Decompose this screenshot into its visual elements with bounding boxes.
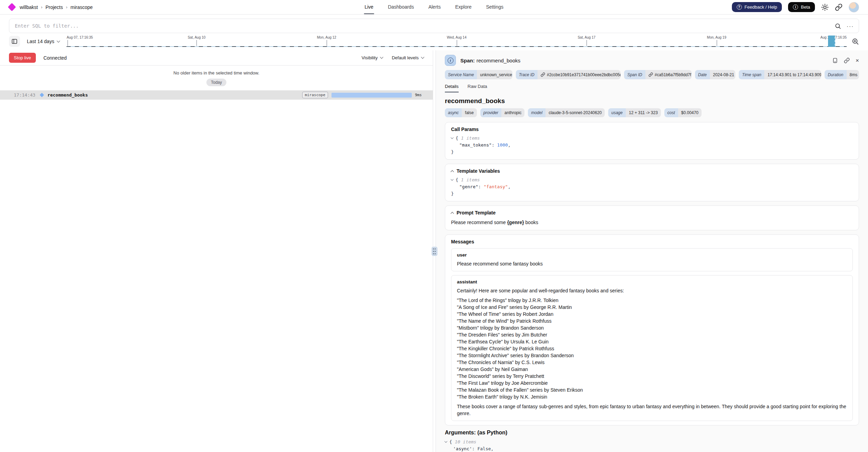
visibility-dropdown[interactable]: Visibility bbox=[361, 55, 383, 60]
open-in-panel-icon[interactable] bbox=[832, 58, 838, 63]
span-diamond-icon bbox=[40, 93, 44, 97]
meta-badge-label: Trace ID bbox=[516, 70, 538, 79]
nav-tab[interactable]: Alerts bbox=[428, 0, 441, 14]
json-comma: , bbox=[508, 142, 511, 148]
meta-badge-value: #ca51b6a7f5b9dd7f bbox=[645, 70, 692, 79]
id-link-icon[interactable] bbox=[541, 72, 545, 77]
attribute-badge-label: model bbox=[528, 108, 545, 117]
json-open-brace: { bbox=[449, 439, 452, 444]
more-options-icon[interactable]: ··· bbox=[847, 23, 854, 29]
meta-badge-text: 8ms bbox=[850, 73, 858, 77]
span-header-actions: × bbox=[832, 58, 859, 63]
breadcrumb-item[interactable]: mirascope bbox=[70, 4, 93, 10]
nav-tab[interactable]: Dashboards bbox=[387, 0, 415, 14]
book-list-item: "The Wheel of Time" series by Robert Jor… bbox=[457, 311, 847, 318]
timeline-tick-label: Aug 07, 17:16:35 bbox=[67, 36, 93, 39]
timeline-selection[interactable] bbox=[828, 36, 835, 47]
attribute-badge: model claude-3-5-sonnet-20240620 bbox=[528, 108, 605, 117]
info-icon: i bbox=[448, 58, 453, 63]
copy-link-icon[interactable] bbox=[844, 58, 850, 63]
book-list-item: "The First Law" trilogy by Joe Abercromb… bbox=[457, 380, 847, 386]
collapse-caret-icon[interactable] bbox=[451, 136, 453, 139]
attribute-badge-value: false bbox=[462, 108, 477, 117]
book-list-item: "American Gods" by Neil Gaiman bbox=[457, 366, 847, 373]
meta-badge-text: #2ccbe10b91e371741b00eee2bdbc005d bbox=[547, 73, 621, 77]
app-logo-icon bbox=[8, 3, 16, 11]
book-list-item: "The Broken Earth" trilogy by N.K. Jemis… bbox=[457, 393, 847, 400]
empty-window-message: No older items in the selected time wind… bbox=[173, 70, 259, 76]
default-levels-dropdown[interactable]: Default levels bbox=[392, 55, 424, 60]
meta-badge-value: #2ccbe10b91e371741b00eee2bdbc005d bbox=[538, 70, 621, 79]
attribute-badge-label: cost bbox=[664, 108, 678, 117]
span-content: recommend_books async false provider ant… bbox=[436, 92, 868, 452]
live-traces-panel: Stop live Connected Visibility Default l… bbox=[0, 50, 433, 452]
trace-span-name: recommend_books bbox=[48, 92, 88, 98]
nav-tab[interactable]: Explore bbox=[455, 0, 472, 14]
topbar-actions: ? Feedback / Help i Beta bbox=[732, 2, 859, 12]
meta-badge: Time span 17:14:43.901 to 17:14:43.909 bbox=[739, 70, 821, 79]
json-close-brace: } bbox=[451, 149, 454, 154]
trace-duration-bar bbox=[331, 93, 412, 98]
sql-filter-input[interactable] bbox=[9, 19, 859, 33]
span-tab[interactable]: Raw Data bbox=[468, 84, 487, 92]
template-variables-json: { 1 items "genre": "fantasy", } bbox=[451, 176, 853, 197]
feedback-help-button[interactable]: ? Feedback / Help bbox=[732, 2, 782, 12]
breadcrumb-separator: › bbox=[66, 5, 67, 10]
nav-tab[interactable]: Settings bbox=[485, 0, 504, 14]
json-number-value: 1000 bbox=[497, 142, 508, 148]
meta-badge: Trace ID #2ccbe10b91e371741b00eee2bdbc00… bbox=[516, 70, 621, 79]
help-icon: ? bbox=[737, 4, 742, 10]
connection-status: Connected bbox=[43, 55, 67, 61]
span-type-chip: i bbox=[445, 55, 456, 66]
collapse-section-icon[interactable] bbox=[451, 212, 454, 215]
breadcrumb-item[interactable]: willbakst bbox=[20, 4, 38, 10]
span-title-row: i Span:recommend_books bbox=[445, 55, 859, 66]
span-title: Span:recommend_books bbox=[460, 58, 520, 63]
book-list-item: "Mistborn" trilogy by Brandon Sanderson bbox=[457, 324, 847, 331]
attribute-badge: provider anthropic bbox=[480, 108, 525, 117]
search-icon[interactable] bbox=[835, 23, 841, 29]
stop-live-button[interactable]: Stop live bbox=[9, 53, 36, 63]
timeline-ticks: Aug 07, 17:16:35 Sat, Aug 10 Mon, Aug 12… bbox=[67, 35, 847, 48]
default-levels-label: Default levels bbox=[392, 55, 419, 60]
attribute-badge: async false bbox=[445, 108, 477, 117]
span-attribute-badges: async false provider anthropic model cla… bbox=[445, 108, 859, 117]
collapse-caret-icon[interactable] bbox=[445, 440, 447, 442]
timeline-tick-label: Sat, Aug 17 bbox=[578, 36, 595, 39]
main-nav: Live Dashboards Alerts Explore Settings bbox=[364, 0, 504, 14]
breadcrumb-item[interactable]: Projects bbox=[45, 4, 63, 10]
share-link-button[interactable] bbox=[835, 3, 843, 11]
json-open-brace: { bbox=[456, 135, 458, 141]
visibility-label: Visibility bbox=[361, 55, 378, 60]
meta-badge-text: unknown_service bbox=[480, 73, 512, 77]
collapse-caret-icon[interactable] bbox=[451, 178, 453, 180]
drag-dots-icon bbox=[433, 251, 434, 252]
panel-toggle-icon bbox=[11, 38, 18, 44]
meta-badge-value: 8ms bbox=[847, 70, 859, 79]
live-toolbar-right: Visibility Default levels bbox=[361, 55, 424, 60]
json-colon: : bbox=[472, 446, 478, 451]
link-icon bbox=[835, 3, 843, 11]
theme-toggle-button[interactable] bbox=[821, 3, 829, 11]
attribute-badge: cost $0.00470 bbox=[664, 108, 702, 117]
collapse-section-icon[interactable] bbox=[451, 170, 454, 173]
attribute-badge-value: claude-3-5-sonnet-20240620 bbox=[545, 108, 605, 117]
timeline-zoom-button[interactable] bbox=[851, 38, 859, 45]
span-header: i Span:recommend_books bbox=[436, 50, 868, 92]
toggle-sidebar-button[interactable] bbox=[9, 36, 20, 47]
timeline-scrubber[interactable]: Aug 07, 17:16:35 Sat, Aug 10 Mon, Aug 12… bbox=[67, 35, 847, 48]
nav-tab[interactable]: Live bbox=[364, 0, 374, 14]
attribute-badge-value: $0.00470 bbox=[678, 108, 702, 117]
beta-button[interactable]: i Beta bbox=[788, 2, 815, 12]
panel-resize-handle[interactable] bbox=[431, 247, 437, 256]
live-toolbar: Stop live Connected Visibility Default l… bbox=[0, 50, 433, 66]
trace-row[interactable]: 17:14:43 recommend_books mirascope 9ms bbox=[0, 90, 433, 100]
time-range-dropdown[interactable]: Last 14 days bbox=[25, 39, 62, 44]
span-tab[interactable]: Details bbox=[445, 84, 459, 92]
timeline-tick-label: Wed, Aug 14 bbox=[447, 36, 467, 39]
user-avatar[interactable] bbox=[849, 2, 859, 12]
meta-badge-label: Span ID bbox=[624, 70, 645, 79]
id-link-icon[interactable] bbox=[649, 72, 653, 77]
close-icon[interactable]: × bbox=[856, 58, 859, 63]
span-title-name: recommend_books bbox=[477, 58, 521, 63]
